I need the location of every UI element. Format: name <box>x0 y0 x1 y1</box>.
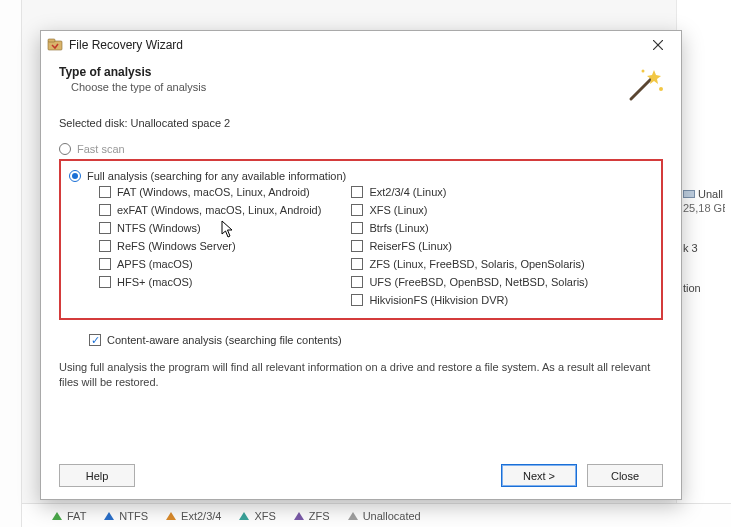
legend-fat: FAT <box>52 510 86 522</box>
fs-label: Btrfs (Linux) <box>369 222 428 234</box>
legend-ext: Ext2/3/4 <box>166 510 221 522</box>
checkbox-icon <box>351 294 363 306</box>
help-button[interactable]: Help <box>59 464 135 487</box>
fs-xfs-option[interactable]: XFS (Linux) <box>351 204 588 216</box>
checkbox-icon <box>99 258 111 270</box>
fs-label: ZFS (Linux, FreeBSD, Solaris, OpenSolari… <box>369 258 584 270</box>
bg-unall-label: Unall <box>698 188 723 200</box>
legend-unallocated: Unallocated <box>348 510 421 522</box>
disk-icon <box>683 190 695 198</box>
triangle-icon <box>166 512 176 520</box>
svg-line-4 <box>631 77 653 99</box>
legend-xfs-label: XFS <box>254 510 275 522</box>
wizard-header: Type of analysis Choose the type of anal… <box>41 59 681 103</box>
legend-ntfs-label: NTFS <box>119 510 148 522</box>
checkbox-icon <box>89 334 101 346</box>
close-icon <box>653 40 663 50</box>
triangle-icon <box>348 512 358 520</box>
next-button[interactable]: Next > <box>501 464 577 487</box>
fs-label: HikvisionFS (Hikvision DVR) <box>369 294 508 306</box>
fs-exfat-option[interactable]: exFAT (Windows, macOS, Linux, Android) <box>99 204 321 216</box>
fs-refs-option[interactable]: ReFS (Windows Server) <box>99 240 321 252</box>
right-panel: Unall 25,18 GB k 3 tion <box>676 0 731 527</box>
content-aware-option[interactable]: Content-aware analysis (searching file c… <box>89 334 663 346</box>
app-icon <box>47 37 63 53</box>
radio-icon <box>69 170 81 182</box>
filesystem-options: FAT (Windows, macOS, Linux, Android) exF… <box>99 186 647 306</box>
checkbox-icon <box>351 204 363 216</box>
fs-fat-option[interactable]: FAT (Windows, macOS, Linux, Android) <box>99 186 321 198</box>
fs-hfsplus-option[interactable]: HFS+ (macOS) <box>99 276 321 288</box>
legend-zfs: ZFS <box>294 510 330 522</box>
bg-disk-unallocated[interactable]: Unall 25,18 GB <box>683 188 725 214</box>
fs-label: ReiserFS (Linux) <box>369 240 452 252</box>
triangle-icon <box>239 512 249 520</box>
checkbox-icon <box>351 240 363 252</box>
next-button-label: Next > <box>523 470 555 482</box>
fs-ntfs-option[interactable]: NTFS (Windows) <box>99 222 321 234</box>
fs-ufs-option[interactable]: UFS (FreeBSD, OpenBSD, NetBSD, Solaris) <box>351 276 588 288</box>
fs-zfs-option[interactable]: ZFS (Linux, FreeBSD, Solaris, OpenSolari… <box>351 258 588 270</box>
fs-label: XFS (Linux) <box>369 204 427 216</box>
triangle-icon <box>52 512 62 520</box>
checkbox-icon <box>351 222 363 234</box>
legend-zfs-label: ZFS <box>309 510 330 522</box>
checkbox-icon <box>99 222 111 234</box>
checkbox-icon <box>99 204 111 216</box>
radio-icon <box>59 143 71 155</box>
bg-k3-label: k 3 <box>683 242 698 254</box>
fs-label: FAT (Windows, macOS, Linux, Android) <box>117 186 310 198</box>
fs-label: NTFS (Windows) <box>117 222 201 234</box>
fast-scan-label: Fast scan <box>77 143 125 155</box>
fs-apfs-option[interactable]: APFS (macOS) <box>99 258 321 270</box>
wizard-dialog: File Recovery Wizard Type of analysis Ch… <box>40 30 682 500</box>
fs-hikvisionfs-option[interactable]: HikvisionFS (Hikvision DVR) <box>351 294 588 306</box>
bg-disk-k3[interactable]: k 3 <box>683 242 725 254</box>
triangle-icon <box>294 512 304 520</box>
full-analysis-label: Full analysis (searching for any availab… <box>87 170 346 182</box>
close-dialog-button[interactable]: Close <box>587 464 663 487</box>
filesystem-col-left: FAT (Windows, macOS, Linux, Android) exF… <box>99 186 321 306</box>
legend-ext-label: Ext2/3/4 <box>181 510 221 522</box>
fs-label: APFS (macOS) <box>117 258 193 270</box>
close-button[interactable] <box>641 34 675 56</box>
explanation-text: Using full analysis the program will fin… <box>59 360 663 390</box>
bg-tion: tion <box>683 282 725 294</box>
triangle-icon <box>104 512 114 520</box>
checkbox-icon <box>351 186 363 198</box>
checkbox-icon <box>99 276 111 288</box>
header-title: Type of analysis <box>59 65 663 79</box>
fs-btrfs-option[interactable]: Btrfs (Linux) <box>351 222 588 234</box>
bg-unall-size: 25,18 GB <box>683 202 725 214</box>
fs-label: exFAT (Windows, macOS, Linux, Android) <box>117 204 321 216</box>
selected-disk-label: Selected disk: <box>59 117 127 129</box>
filesystem-col-right: Ext2/3/4 (Linux) XFS (Linux) Btrfs (Linu… <box>351 186 588 306</box>
checkbox-icon <box>351 276 363 288</box>
fs-reiserfs-option[interactable]: ReiserFS (Linux) <box>351 240 588 252</box>
fast-scan-option[interactable]: Fast scan <box>59 143 663 155</box>
svg-rect-1 <box>48 39 55 42</box>
legend-unalloc-label: Unallocated <box>363 510 421 522</box>
titlebar[interactable]: File Recovery Wizard <box>41 31 681 59</box>
fs-ext-option[interactable]: Ext2/3/4 (Linux) <box>351 186 588 198</box>
help-button-label: Help <box>86 470 109 482</box>
legend-bar: FAT NTFS Ext2/3/4 XFS ZFS Unallocated <box>22 503 731 527</box>
legend-ntfs: NTFS <box>104 510 148 522</box>
wand-icon <box>625 63 667 108</box>
selected-disk-value: Unallocated space 2 <box>131 117 231 129</box>
fs-label: UFS (FreeBSD, OpenBSD, NetBSD, Solaris) <box>369 276 588 288</box>
close-button-label: Close <box>611 470 639 482</box>
legend-fat-label: FAT <box>67 510 86 522</box>
full-analysis-highlight-box: Full analysis (searching for any availab… <box>59 159 663 320</box>
legend-xfs: XFS <box>239 510 275 522</box>
full-analysis-option[interactable]: Full analysis (searching for any availab… <box>69 170 647 182</box>
checkbox-icon <box>99 186 111 198</box>
content-aware-label: Content-aware analysis (searching file c… <box>107 334 342 346</box>
fs-label: Ext2/3/4 (Linux) <box>369 186 446 198</box>
left-rail <box>0 0 22 527</box>
svg-point-7 <box>642 70 645 73</box>
svg-point-6 <box>659 87 663 91</box>
dialog-title: File Recovery Wizard <box>69 38 641 52</box>
wizard-body: Selected disk: Unallocated space 2 Fast … <box>41 103 681 390</box>
button-row: Help Next > Close <box>59 464 663 487</box>
